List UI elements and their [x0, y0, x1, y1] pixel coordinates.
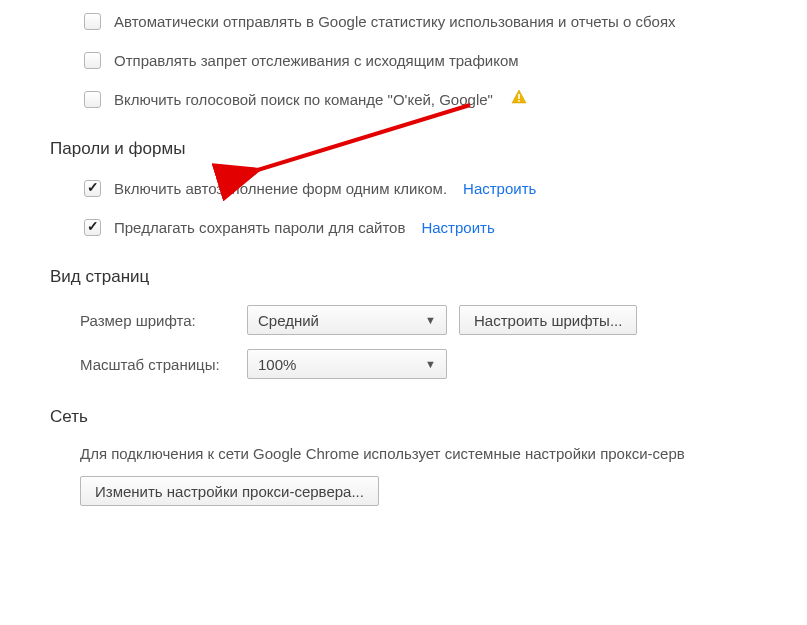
- page-zoom-label: Масштаб страницы:: [80, 356, 235, 373]
- autofill-configure-link[interactable]: Настроить: [463, 179, 536, 199]
- save-passwords-label: Предлагать сохранять пароли для сайтов: [114, 218, 405, 238]
- change-proxy-button[interactable]: Изменить настройки прокси-сервера...: [80, 476, 379, 506]
- page-zoom-value: 100%: [258, 356, 296, 373]
- font-size-label: Размер шрифта:: [80, 312, 235, 329]
- save-passwords-checkbox[interactable]: [84, 219, 101, 236]
- autofill-checkbox[interactable]: [84, 180, 101, 197]
- send-stats-label: Автоматически отправлять в Google статис…: [114, 12, 676, 32]
- page-zoom-select[interactable]: 100% ▼: [247, 349, 447, 379]
- appearance-heading: Вид страниц: [50, 267, 807, 287]
- do-not-track-label: Отправлять запрет отслеживания с исходящ…: [114, 51, 519, 71]
- svg-rect-1: [518, 94, 520, 99]
- ok-google-label: Включить голосовой поиск по команде "О'к…: [114, 90, 493, 110]
- network-description: Для подключения к сети Google Chrome исп…: [80, 445, 807, 462]
- chevron-down-icon: ▼: [425, 314, 436, 326]
- autofill-label: Включить автозаполнение форм одним клико…: [114, 179, 447, 199]
- save-passwords-configure-link[interactable]: Настроить: [421, 218, 494, 238]
- warning-icon: [511, 89, 527, 110]
- network-heading: Сеть: [50, 407, 807, 427]
- font-size-select[interactable]: Средний ▼: [247, 305, 447, 335]
- customize-fonts-button[interactable]: Настроить шрифты...: [459, 305, 637, 335]
- chevron-down-icon: ▼: [425, 358, 436, 370]
- ok-google-checkbox[interactable]: [84, 91, 101, 108]
- send-stats-checkbox[interactable]: [84, 13, 101, 30]
- passwords-forms-heading: Пароли и формы: [50, 139, 807, 159]
- do-not-track-checkbox[interactable]: [84, 52, 101, 69]
- font-size-value: Средний: [258, 312, 319, 329]
- svg-rect-2: [518, 100, 520, 102]
